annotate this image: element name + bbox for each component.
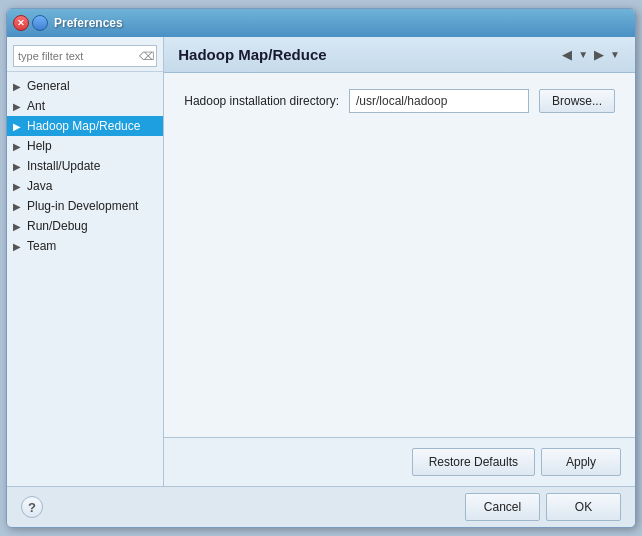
filter-input[interactable] bbox=[13, 45, 157, 67]
sidebar-item-general[interactable]: ▶ General bbox=[7, 76, 163, 96]
tree-arrow-plugin: ▶ bbox=[13, 201, 23, 212]
cancel-button[interactable]: Cancel bbox=[465, 493, 540, 521]
main-header: Hadoop Map/Reduce ◀ ▼ ▶ ▼ bbox=[164, 37, 635, 73]
sidebar: ⌫ ▶ General ▶ Ant ▶ Hadoop Map/Reduce ▶ … bbox=[7, 37, 164, 486]
title-bar: ✕ Preferences bbox=[7, 9, 635, 37]
filter-wrap: ⌫ bbox=[7, 41, 163, 72]
preferences-window: ✕ Preferences ⌫ ▶ General ▶ Ant ▶ Hadoop… bbox=[6, 8, 636, 528]
bottom-bar: ? Cancel OK bbox=[7, 486, 635, 527]
tree-arrow-ant: ▶ bbox=[13, 101, 23, 112]
sidebar-item-label-general: General bbox=[27, 79, 70, 93]
installation-dir-row: Hadoop installation directory: Browse... bbox=[184, 89, 615, 113]
sidebar-item-team[interactable]: ▶ Team bbox=[7, 236, 163, 256]
window-controls: ✕ bbox=[13, 15, 48, 31]
tree-arrow-hadoop: ▶ bbox=[13, 121, 23, 132]
nav-buttons: ◀ ▼ ▶ ▼ bbox=[559, 45, 621, 64]
main-panel: Hadoop Map/Reduce ◀ ▼ ▶ ▼ Hadoop install… bbox=[164, 37, 635, 486]
content-area: ⌫ ▶ General ▶ Ant ▶ Hadoop Map/Reduce ▶ … bbox=[7, 37, 635, 486]
sidebar-item-ant[interactable]: ▶ Ant bbox=[7, 96, 163, 116]
ok-button[interactable]: OK bbox=[546, 493, 621, 521]
tree-arrow-team: ▶ bbox=[13, 241, 23, 252]
browse-button[interactable]: Browse... bbox=[539, 89, 615, 113]
sidebar-item-install-update[interactable]: ▶ Install/Update bbox=[7, 156, 163, 176]
tree-arrow-general: ▶ bbox=[13, 81, 23, 92]
back-dropdown-button[interactable]: ▼ bbox=[577, 47, 589, 62]
tree-arrow-install-update: ▶ bbox=[13, 161, 23, 172]
sidebar-item-label-install-update: Install/Update bbox=[27, 159, 100, 173]
restore-defaults-button[interactable]: Restore Defaults bbox=[412, 448, 535, 476]
back-button[interactable]: ◀ bbox=[559, 45, 575, 64]
close-button[interactable]: ✕ bbox=[13, 15, 29, 31]
sidebar-item-java[interactable]: ▶ Java bbox=[7, 176, 163, 196]
forward-dropdown-button[interactable]: ▼ bbox=[609, 47, 621, 62]
tree-arrow-run-debug: ▶ bbox=[13, 221, 23, 232]
help-button[interactable]: ? bbox=[21, 496, 43, 518]
footer-buttons: Restore Defaults Apply bbox=[412, 448, 621, 476]
apply-button[interactable]: Apply bbox=[541, 448, 621, 476]
bottom-right-buttons: Cancel OK bbox=[465, 493, 621, 521]
sidebar-item-help[interactable]: ▶ Help bbox=[7, 136, 163, 156]
sidebar-item-label-team: Team bbox=[27, 239, 56, 253]
sidebar-item-label-help: Help bbox=[27, 139, 52, 153]
forward-button[interactable]: ▶ bbox=[591, 45, 607, 64]
installation-dir-label: Hadoop installation directory: bbox=[184, 94, 339, 108]
sidebar-item-label-java: Java bbox=[27, 179, 52, 193]
minimize-button[interactable] bbox=[32, 15, 48, 31]
sidebar-item-label-run-debug: Run/Debug bbox=[27, 219, 88, 233]
sidebar-item-plugin-development[interactable]: ▶ Plug-in Development bbox=[7, 196, 163, 216]
panel-title: Hadoop Map/Reduce bbox=[178, 46, 326, 63]
sidebar-item-run-debug[interactable]: ▶ Run/Debug bbox=[7, 216, 163, 236]
sidebar-item-label-hadoop: Hadoop Map/Reduce bbox=[27, 119, 140, 133]
sidebar-item-hadoop[interactable]: ▶ Hadoop Map/Reduce bbox=[7, 116, 163, 136]
main-body: Hadoop installation directory: Browse... bbox=[164, 73, 635, 437]
filter-clear-button[interactable]: ⌫ bbox=[139, 50, 155, 63]
sidebar-item-label-plugin: Plug-in Development bbox=[27, 199, 138, 213]
footer-area: Restore Defaults Apply bbox=[164, 437, 635, 486]
window-title: Preferences bbox=[54, 16, 629, 30]
installation-dir-input[interactable] bbox=[349, 89, 529, 113]
tree-arrow-help: ▶ bbox=[13, 141, 23, 152]
tree-arrow-java: ▶ bbox=[13, 181, 23, 192]
sidebar-item-label-ant: Ant bbox=[27, 99, 45, 113]
